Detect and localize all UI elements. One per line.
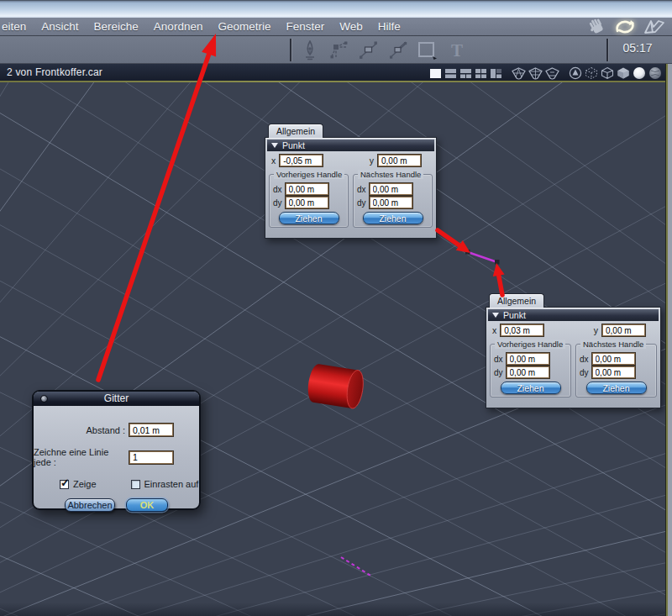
dx-label: dx: [273, 185, 282, 194]
dx-label: dx: [357, 185, 366, 194]
prev-dx-input[interactable]: [507, 353, 549, 365]
solid-cube-icon[interactable]: [617, 66, 630, 80]
dotted-cube-icon[interactable]: [585, 66, 598, 80]
group-title: Nächstes Handle: [580, 340, 646, 349]
next-dy-input[interactable]: [370, 197, 412, 208]
y-label: y: [594, 325, 598, 335]
x-label: x: [271, 155, 276, 166]
dy-label: dy: [273, 198, 282, 208]
toolbar: T 05:17: [0, 36, 672, 64]
layout-4pane-icon[interactable]: [475, 68, 487, 79]
y-input[interactable]: [378, 155, 421, 166]
dy-label: dy: [494, 368, 503, 377]
text-tool-glyph: T: [451, 42, 463, 59]
wireframe-cube-icon[interactable]: [601, 66, 614, 80]
check-icon: ✓: [60, 476, 70, 489]
next-handle-group: Nächstes Handle dx dy Ziehen: [353, 174, 433, 228]
next-handle-group: Nächstes Handle dx dy Ziehen: [575, 344, 657, 398]
rectangle-tool[interactable]: [417, 39, 438, 61]
dx-label: dx: [580, 355, 589, 364]
node-convert-tool[interactable]: [387, 39, 409, 61]
shield-wire-icon-1[interactable]: [512, 67, 526, 80]
prev-dy-input[interactable]: [507, 366, 549, 378]
layout-lpane-icon[interactable]: [490, 68, 502, 79]
shield-wire-icon-3[interactable]: [545, 67, 559, 80]
prev-ziehen-button[interactable]: Ziehen: [501, 382, 561, 394]
node-edit-tool[interactable]: [358, 39, 380, 61]
x-input[interactable]: [280, 155, 323, 166]
abbrechen-button[interactable]: Abbrechen: [65, 498, 115, 512]
menu-item-ansicht[interactable]: Ansicht: [34, 20, 86, 33]
next-dy-input[interactable]: [592, 366, 635, 378]
next-ziehen-button[interactable]: Ziehen: [363, 212, 423, 224]
camera-up-icon[interactable]: [569, 66, 582, 80]
zeige-label: Zeige: [73, 479, 97, 489]
dialog-close-button[interactable]: [40, 395, 48, 403]
group-title: Vorheriges Handle: [495, 340, 565, 349]
dashed-construction-line: [341, 557, 372, 577]
next-ziehen-button[interactable]: Ziehen: [586, 382, 647, 394]
viewport-3d[interactable]: Allgemein Punkt x y Vorheriges Handle dx…: [0, 82, 672, 616]
select-arrow-icon[interactable]: [643, 18, 665, 35]
menu-item-geometrie[interactable]: Geometrie: [210, 20, 278, 33]
group-title: Vorheriges Handle: [274, 170, 344, 179]
prev-dx-input[interactable]: [286, 183, 328, 195]
point-panel-1: Allgemein Punkt x y Vorheriges Handle dx…: [265, 137, 437, 239]
window-titlebar: [0, 0, 672, 18]
section-punkt-1[interactable]: Punkt: [267, 140, 434, 151]
menu-item-web[interactable]: Web: [332, 20, 370, 33]
menu-item-bereiche[interactable]: Bereiche: [87, 20, 146, 33]
section-label: Punkt: [503, 310, 526, 320]
shaded-sphere-icon[interactable]: [633, 66, 646, 80]
abstand-label: Abstand :: [87, 425, 125, 435]
menu-item-fenster[interactable]: Fenster: [278, 20, 332, 33]
time-separator: [606, 39, 608, 61]
vertex-handle-left[interactable]: [465, 250, 470, 255]
menu-bar: eiten Ansicht Bereiche Anordnen Geometri…: [0, 18, 672, 36]
bezier-segment[interactable]: [468, 252, 497, 262]
viewport-header: 2 von Frontkoffer.car: [0, 64, 672, 81]
collapse-triangle-icon: [271, 143, 278, 148]
einrasten-label: Einrasten auf: [144, 479, 199, 489]
next-dx-input[interactable]: [592, 353, 635, 365]
viewport-title: 2 von Frontkoffer.car: [0, 66, 102, 78]
ok-button[interactable]: OK: [126, 498, 168, 512]
menu-item-hilfe[interactable]: Hilfe: [370, 20, 408, 33]
section-punkt-2[interactable]: Punkt: [488, 309, 659, 321]
vertex-handle-right[interactable]: [495, 260, 500, 265]
einrasten-checkbox[interactable]: [131, 480, 140, 489]
point-panel-2: Allgemein Punkt x y Vorheriges Handle dx…: [486, 307, 661, 408]
y-label: y: [370, 155, 374, 166]
node-add-tool[interactable]: [328, 39, 350, 61]
rotate-tool-icon[interactable]: [614, 18, 636, 35]
menu-item-bearbeiten[interactable]: eiten: [0, 20, 34, 33]
tab-allgemein-2[interactable]: Allgemein: [489, 293, 544, 308]
layout-3pane-icon[interactable]: [459, 68, 472, 79]
zeige-checkbox[interactable]: ✓: [60, 480, 69, 489]
layout-2pane-icon[interactable]: [444, 68, 457, 79]
window-right-edge: [665, 64, 672, 616]
shield-wire-icon-2[interactable]: [528, 67, 543, 80]
gitter-dialog-titlebar[interactable]: Gitter: [34, 392, 199, 406]
collapse-triangle-icon: [492, 313, 499, 318]
red-cylinder[interactable]: [306, 363, 365, 410]
time-display: 05:17: [613, 41, 662, 55]
x-label: x: [492, 325, 496, 335]
textured-sphere-icon[interactable]: [648, 66, 662, 80]
prev-handle-group: Vorheriges Handle dx dy Ziehen: [269, 174, 349, 228]
next-dx-input[interactable]: [370, 183, 412, 195]
line-every-label: Zeichne eine Linie jede :: [34, 447, 125, 467]
text-tool[interactable]: T: [446, 39, 468, 61]
menu-item-anordnen[interactable]: Anordnen: [146, 20, 211, 33]
hand-tool-icon[interactable]: [586, 18, 606, 35]
abstand-input[interactable]: [129, 424, 173, 436]
prev-dy-input[interactable]: [286, 197, 328, 208]
pen-tool[interactable]: [299, 39, 321, 61]
prev-ziehen-button[interactable]: Ziehen: [279, 212, 339, 224]
x-input[interactable]: [501, 324, 543, 336]
tab-allgemein-1[interactable]: Allgemein: [268, 124, 323, 138]
line-every-input[interactable]: [129, 451, 173, 464]
gitter-dialog: Gitter Abstand : Zeichne eine Linie jede…: [32, 390, 201, 510]
layout-single-icon[interactable]: [429, 68, 442, 79]
y-input[interactable]: [602, 324, 645, 336]
